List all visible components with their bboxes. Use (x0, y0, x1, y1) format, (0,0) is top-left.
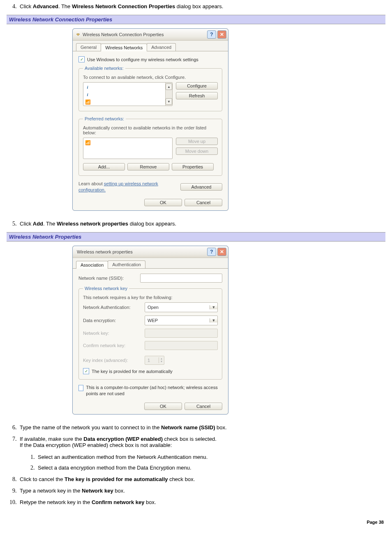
text: check box is selected. (163, 436, 217, 442)
text: If the Data encryption (WEP enabled) che… (20, 442, 172, 448)
section-header-connection-properties: Wireless Network Connection Properties (7, 15, 385, 24)
chevron-down-icon: ▼ (210, 318, 217, 322)
dialog1-screenshot: Wireless Network Connection Properties ?… (7, 28, 385, 211)
available-networks-list[interactable]: i i 📶 ▲ ▼ (83, 82, 173, 106)
network-key-input[interactable] (145, 329, 218, 338)
text: box. (113, 488, 125, 494)
bold-text: Confirm network key (92, 499, 145, 505)
text: box. (144, 499, 156, 505)
step-6: Type the name of the network you want to… (18, 424, 385, 431)
text: If available, make sure the (20, 436, 83, 442)
text: Click (20, 3, 33, 9)
wireless-key-legend: Wireless network key (83, 286, 129, 291)
use-windows-row: ✓ Use Windows to configure my wireless n… (78, 56, 222, 62)
network-key-label: Network key: (83, 331, 145, 336)
wireless-icon (75, 32, 81, 37)
learn-about-text: Learn about setting up wireless network … (78, 181, 176, 193)
add-button[interactable]: Add... (83, 163, 125, 170)
properties-button[interactable]: Properties (172, 163, 214, 170)
tabstrip: General Wireless Networks Advanced (73, 41, 228, 51)
antenna-icon: 📶 (85, 139, 90, 146)
text: Type the name of the network you want to… (20, 424, 161, 431)
text: . The (58, 3, 72, 9)
help-button[interactable]: ? (207, 30, 216, 39)
text: Click (20, 221, 33, 227)
close-button[interactable]: ✕ (217, 248, 226, 256)
use-windows-label: Use Windows to configure my wireless net… (87, 57, 198, 62)
info-icon: i (85, 83, 90, 91)
tab-wireless-networks[interactable]: Wireless Networks (101, 44, 147, 51)
tab-association[interactable]: Association (76, 261, 108, 269)
preferred-networks-legend: Preferred networks: (83, 116, 126, 121)
adhoc-checkbox[interactable]: ✓ (78, 385, 83, 391)
preferred-networks-fieldset: Preferred networks: Automatically connec… (78, 116, 222, 176)
ssid-label: Network name (SSID): (78, 276, 140, 281)
section-header-network-properties: Wireless Network Properties (7, 232, 385, 242)
ok-button[interactable]: OK (144, 403, 182, 410)
tabstrip: Association Authentication (73, 258, 228, 269)
close-button[interactable]: ✕ (217, 30, 226, 39)
network-item[interactable]: 📶 (85, 98, 164, 106)
text: check box. (168, 476, 195, 482)
refresh-button[interactable]: Refresh (176, 92, 218, 99)
network-auth-label: Network Authentication: (83, 305, 145, 310)
tab-general[interactable]: General (76, 43, 101, 51)
step-8: Click to cancel the The key is provided … (18, 476, 385, 483)
text: box. (215, 424, 226, 431)
key-index-value: 1 (148, 358, 150, 363)
cancel-button[interactable]: Cancel (184, 403, 222, 410)
tab-advanced[interactable]: Advanced (147, 43, 176, 51)
data-encryption-value: WEP (145, 318, 210, 323)
remove-button[interactable]: Remove (127, 163, 169, 170)
step-7-sub-2: Select a data encryption method from the… (36, 465, 385, 471)
step-5: Click Add. The Wireless network properti… (18, 221, 385, 227)
chevron-down-icon: ▼ (210, 305, 217, 309)
move-up-button[interactable]: Move up (176, 138, 218, 145)
tab-authentication[interactable]: Authentication (108, 260, 145, 268)
network-item[interactable]: 📶 (85, 139, 171, 146)
help-button[interactable]: ? (207, 248, 216, 256)
text: . The (43, 221, 57, 227)
scrollbar[interactable]: ▲ ▼ (165, 83, 172, 106)
bold-text: Network name (SSID) (161, 424, 215, 431)
bold-text: The key is provided for me automatically (65, 476, 168, 482)
available-networks-legend: Available networks: (83, 66, 125, 71)
step-4: Click Advanced. The Wireless Network Con… (18, 3, 385, 10)
network-item[interactable]: i (85, 91, 164, 98)
use-windows-checkbox[interactable]: ✓ (78, 56, 85, 62)
wireless-key-fieldset: Wireless network key This network requir… (78, 286, 222, 380)
antenna-icon: 📶 (85, 98, 90, 106)
advanced-button[interactable]: Advanced (180, 183, 222, 191)
available-networks-fieldset: Available networks: To connect to an ava… (78, 66, 222, 111)
network-item[interactable]: i (85, 83, 164, 91)
key-index-spinner[interactable]: 1 ▲▼ (145, 356, 164, 365)
network-auth-combo[interactable]: Open ▼ (145, 302, 218, 312)
scroll-down-button[interactable]: ▼ (166, 98, 172, 105)
data-encryption-combo[interactable]: WEP ▼ (145, 315, 218, 325)
dialog-title: Wireless Network Connection Properties (83, 32, 206, 37)
auto-key-label: The key is provided for me automatically (92, 369, 173, 374)
ssid-input[interactable] (140, 274, 222, 283)
bold-text: Network key (82, 488, 113, 494)
step-9: Type a network key in the Network key bo… (18, 488, 385, 494)
adhoc-label: This is a computer-to-computer (ad hoc) … (86, 385, 222, 397)
confirm-key-input[interactable] (145, 341, 218, 350)
text: dialog box appears. (175, 3, 223, 9)
step-7-sub-1: Select an authentication method from the… (36, 454, 385, 461)
preferred-networks-list[interactable]: 📶 (83, 138, 173, 159)
dialog-title: Wireless network properties (77, 249, 206, 254)
text: dialog box appears. (128, 221, 176, 227)
bold-text: Add (33, 221, 43, 227)
configure-button[interactable]: Configure (176, 82, 218, 90)
cancel-button[interactable]: Cancel (184, 199, 222, 206)
text: Click to cancel the (20, 476, 65, 482)
move-down-button[interactable]: Move down (176, 147, 218, 155)
auto-key-checkbox[interactable]: ✓ (83, 368, 89, 374)
titlebar: Wireless Network Connection Properties ?… (73, 29, 228, 41)
scroll-up-button[interactable]: ▲ (166, 83, 172, 90)
ok-button[interactable]: OK (144, 199, 182, 206)
text: Type a network key in the (20, 488, 82, 494)
spinner-down-icon: ▼ (159, 360, 164, 363)
bold-text: Wireless network properties (57, 221, 128, 227)
dialog2-screenshot: Wireless network properties ? ✕ Associat… (7, 246, 385, 415)
